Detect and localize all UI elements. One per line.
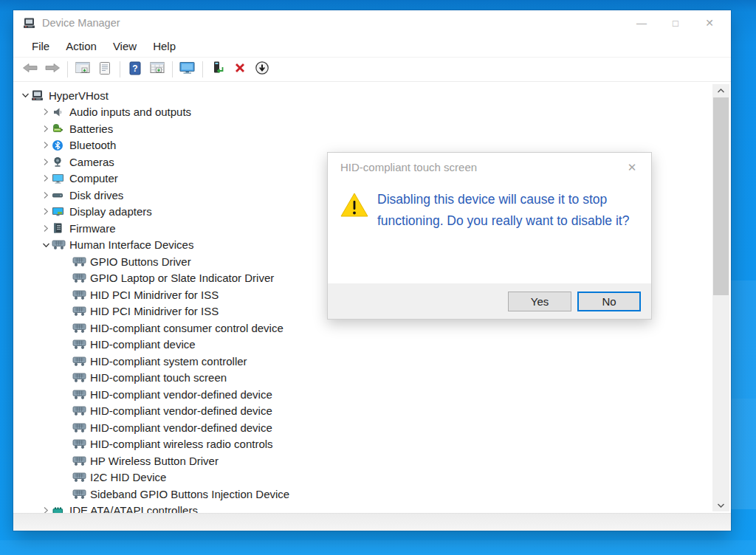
chevron-right-icon[interactable]: [40, 141, 52, 149]
toolbar-button-back[interactable]: [19, 59, 41, 80]
tree-item[interactable]: Sideband GPIO Buttons Injection Device: [13, 486, 707, 503]
tree-item[interactable]: HID-compliant vendor-defined device: [13, 403, 707, 420]
tree-item[interactable]: HP Wireless Button Driver: [13, 452, 707, 469]
chevron-down-icon[interactable]: [19, 92, 31, 98]
tree-item[interactable]: HID-compliant vendor-defined device: [13, 419, 707, 436]
maximize-button[interactable]: □: [659, 10, 693, 35]
tree-item[interactable]: Bluetooth: [13, 137, 707, 154]
toolbar-button-uninstall[interactable]: [229, 59, 251, 80]
tree-item[interactable]: HID-compliant consumer control device: [13, 320, 707, 337]
remote-desktop-icon: [179, 61, 196, 77]
host-computer-icon: [31, 89, 46, 102]
device-manager-window: Device Manager — □ ✕ FileActionViewHelp …: [13, 10, 731, 531]
desktop-background: Device Manager — □ ✕ FileActionViewHelp …: [0, 0, 756, 555]
uninstall-icon: [233, 61, 247, 77]
toolbar-button-console-tree[interactable]: [72, 59, 94, 80]
toolbar-divider: [202, 61, 203, 77]
tree-item[interactable]: I2C HID Device: [13, 469, 707, 486]
tree-item-label: IDE ATA/ATAPI controllers: [69, 504, 198, 513]
tree-item[interactable]: HyperVHost: [13, 87, 707, 104]
chevron-right-icon[interactable]: [40, 224, 52, 232]
hid-icon: [72, 306, 87, 317]
chevron-right-icon[interactable]: [40, 207, 52, 216]
minimize-button[interactable]: —: [625, 10, 659, 35]
toolbar-divider: [172, 61, 173, 77]
chevron-right-icon[interactable]: [40, 125, 52, 133]
display-icon: [52, 206, 66, 218]
tree-item[interactable]: IDE ATA/ATAPI controllers: [13, 503, 707, 514]
tree-item[interactable]: HID-compliant touch screen: [13, 370, 707, 387]
tree-item-label: GPIO Laptop or Slate Indicator Driver: [90, 272, 274, 284]
tree-item-label: HID-compliant vendor-defined device: [90, 388, 272, 401]
dialog-close-icon[interactable]: ✕: [622, 159, 642, 176]
chevron-down-icon[interactable]: [40, 242, 52, 248]
speaker-icon: [52, 106, 66, 118]
properties-icon: [150, 61, 165, 77]
toolbar-button-export-list[interactable]: [94, 59, 116, 80]
tree-item[interactable]: HID-compliant vendor-defined device: [13, 386, 707, 403]
scroll-up-arrow-icon[interactable]: [712, 84, 729, 97]
chevron-right-icon[interactable]: [40, 191, 52, 199]
chevron-right-icon[interactable]: [40, 158, 52, 166]
toolbar-divider: [67, 61, 68, 77]
scroll-down-arrow-icon[interactable]: [712, 499, 729, 511]
hid-icon: [72, 323, 87, 334]
toolbar-button-update-driver[interactable]: [207, 59, 229, 80]
tree-item[interactable]: HID-compliant system controller: [13, 353, 707, 370]
tree-item-label: Batteries: [69, 123, 113, 135]
yes-button[interactable]: Yes: [508, 292, 571, 311]
tree-item-label: GPIO Buttons Driver: [90, 255, 191, 268]
close-button[interactable]: ✕: [693, 10, 726, 35]
help-icon: ?: [129, 61, 141, 78]
hid-icon: [72, 472, 87, 483]
tree-item[interactable]: Batteries: [13, 120, 707, 137]
svg-text:?: ?: [132, 63, 137, 74]
ide-icon: [52, 505, 66, 513]
tree-item-label: HID-compliant wireless radio controls: [90, 438, 273, 450]
tree-item[interactable]: HID-compliant device: [13, 337, 707, 354]
hid-icon: [52, 239, 66, 250]
battery-icon: [52, 123, 66, 134]
tree-item-label: HID-compliant touch screen: [90, 371, 227, 384]
tree-item[interactable]: HID-compliant wireless radio controls: [13, 436, 707, 453]
menu-item-action[interactable]: Action: [58, 37, 105, 55]
tree-item-label: Computer: [69, 172, 118, 185]
tree-item-label: Disk drives: [69, 189, 123, 201]
update-driver-icon: [210, 61, 225, 78]
chevron-right-icon[interactable]: [40, 174, 52, 182]
computer-icon: [52, 173, 66, 185]
hid-icon: [72, 389, 87, 400]
dialog-footer: Yes No: [328, 283, 651, 319]
hid-icon: [72, 438, 87, 449]
scrollbar-thumb[interactable]: [713, 97, 729, 295]
hid-icon: [72, 339, 87, 350]
toolbar-button-properties[interactable]: [146, 59, 168, 80]
menu-bar: FileActionViewHelp: [13, 35, 731, 58]
disable-icon: [255, 61, 269, 78]
wallpaper-shape: [0, 540, 756, 555]
no-button[interactable]: No: [577, 292, 641, 311]
tree-item-label: Sideband GPIO Buttons Injection Device: [90, 488, 289, 500]
toolbar-button-forward[interactable]: [41, 59, 63, 80]
tree-item[interactable]: Audio inputs and outputs: [13, 104, 707, 121]
hid-icon: [72, 455, 87, 466]
camera-icon: [52, 156, 66, 168]
toolbar-button-remote-desktop[interactable]: [176, 59, 199, 80]
toolbar-button-help[interactable]: ?: [124, 59, 146, 80]
menu-item-view[interactable]: View: [105, 37, 145, 55]
console-tree-icon: [75, 61, 90, 77]
vertical-scrollbar[interactable]: [712, 84, 729, 511]
toolbar-button-disable[interactable]: [251, 59, 273, 80]
hid-icon: [72, 422, 87, 433]
tree-item-label: HID PCI Minidriver for ISS: [90, 305, 219, 317]
chevron-right-icon[interactable]: [40, 506, 52, 513]
export-list-icon: [99, 61, 111, 78]
menu-item-file[interactable]: File: [24, 37, 58, 55]
firmware-icon: [52, 222, 66, 234]
menu-item-help[interactable]: Help: [145, 37, 184, 55]
window-controls: — □ ✕: [625, 10, 726, 35]
hid-icon: [72, 405, 87, 416]
device-manager-app-icon: [23, 17, 35, 30]
window-title: Device Manager: [42, 17, 120, 29]
chevron-right-icon[interactable]: [40, 108, 52, 116]
